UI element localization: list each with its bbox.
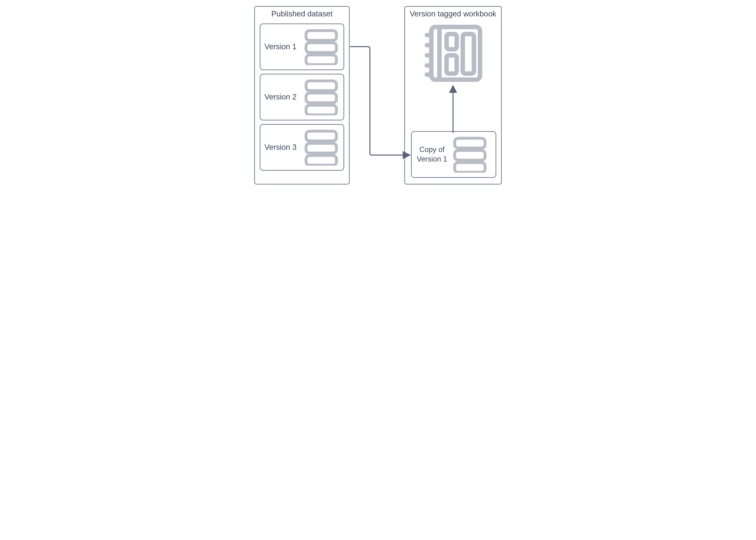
workbook-panel: Version tagged workbook (404, 6, 502, 185)
copy-label: Copy of Version 1 (416, 145, 448, 164)
published-dataset-title: Published dataset (255, 7, 349, 20)
database-stack-icon (303, 29, 340, 65)
database-stack-icon (303, 129, 340, 166)
version-label: Version 2 (264, 92, 303, 102)
workbook-title: Version tagged workbook (405, 7, 501, 20)
version-label: Version 1 (264, 42, 303, 52)
svg-rect-7 (447, 34, 457, 49)
version-label: Version 3 (264, 143, 303, 152)
database-stack-icon (448, 136, 492, 173)
arrow-version1-to-copy (350, 47, 409, 155)
version-card-2: Version 2 (260, 74, 344, 120)
copy-card: Copy of Version 1 (411, 131, 496, 178)
version-card-1: Version 1 (260, 24, 344, 70)
workbook-icon (423, 23, 484, 84)
database-stack-icon (303, 79, 340, 115)
svg-rect-9 (463, 34, 474, 73)
svg-rect-8 (447, 55, 457, 73)
diagram-container: Published dataset Version 1 Version 2 (252, 4, 504, 187)
version-card-3: Version 3 (260, 124, 344, 171)
published-dataset-panel: Published dataset Version 1 Version 2 (254, 6, 350, 185)
